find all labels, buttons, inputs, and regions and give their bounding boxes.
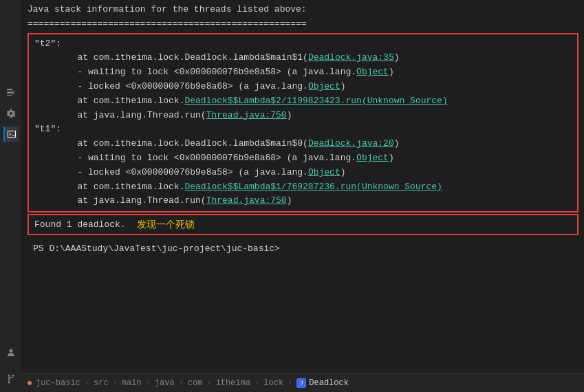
sidebar-icon-git[interactable] [3,371,19,386]
left-sidebar [0,0,22,392]
separator-line: ========================================… [28,17,578,32]
svg-rect-4 [7,95,12,96]
sidebar-icon-terminal[interactable] [3,127,19,142]
t1-lambda[interactable]: Deadlock$$Lambda$1/769287236.run(Unknown… [184,182,442,192]
breadcrumb-itheima[interactable]: itheima [216,378,250,388]
t2-line3: - locked <0x000000076b9e8a68> (a java.la… [34,80,572,94]
breadcrumb-juc-basic[interactable]: juc-basic [36,378,80,388]
t1-line2: - waiting to lock <0x000000076b9e8a68> (… [34,151,572,166]
breadcrumb-src[interactable]: src [94,378,109,388]
breadcrumb-main[interactable]: main [122,378,142,388]
code-block-main: "t2": at com.itheima.lock.Deadlock.lambd… [28,33,578,213]
t2-link1[interactable]: Deadlock.java:35 [308,52,394,63]
t1-line4: at com.itheima.lock.Deadlock$$Lambda$1/7… [34,180,572,195]
t1-label: "t1": [34,122,572,137]
breadcrumb-lock[interactable]: lock [263,378,283,388]
ps-line: PS D:\AAAStudy\JavaTest\juc-project\juc-… [28,238,578,259]
found-deadlock-row: Found 1 deadlock. 发现一个死锁 [28,214,578,235]
t2-object2[interactable]: Object [308,81,340,91]
chinese-note: 发现一个死锁 [137,217,195,232]
t2-line1: at com.itheima.lock.Deadlock.lambda$main… [34,51,572,65]
t2-line5: at java.lang.Thread.run(Thread.java:750) [34,109,572,123]
content-area: Java stack information for the threads l… [22,0,584,392]
t2-label: "t2": [34,37,572,52]
svg-rect-3 [7,94,15,94]
svg-point-8 [8,382,10,384]
breadcrumb-java[interactable]: java [155,378,175,388]
breadcrumb-com[interactable]: com [188,378,203,388]
header-line: Java stack information for the threads l… [28,3,578,17]
sidebar-icon-gear[interactable] [3,106,19,121]
status-dot [28,381,32,385]
svg-rect-2 [7,92,14,93]
breadcrumb-deadlock[interactable]: J Deadlock [296,378,349,388]
t1-thread-link[interactable]: Thread.java:750 [206,195,287,206]
sidebar-icon-file[interactable] [3,85,19,100]
terminal-area: Java stack information for the threads l… [22,0,584,373]
t1-object2[interactable]: Object [308,167,340,177]
t1-line3: - locked <0x000000076b9e8a58> (a java.la… [34,166,572,180]
t1-object1[interactable]: Object [356,153,389,163]
svg-point-6 [8,375,10,377]
t2-lambda[interactable]: Deadlock$$Lambda$2/1199823423.run(Unknow… [184,96,447,106]
svg-rect-1 [7,91,15,91]
t1-line1: at com.itheima.lock.Deadlock.lambda$main… [34,137,572,151]
svg-rect-0 [7,89,12,90]
t2-object1[interactable]: Object [356,67,389,77]
svg-point-5 [10,349,13,353]
found-deadlock-text: Found 1 deadlock. [34,218,126,232]
svg-point-7 [12,375,14,377]
sidebar-icon-person[interactable] [3,345,19,360]
t2-line4: at com.itheima.lock.Deadlock$$Lambda$2/1… [34,94,572,109]
t2-line2: - waiting to lock <0x000000076b9e8a58> (… [34,65,572,80]
file-icon: J [296,378,306,388]
status-bar: juc-basic › src › main › java › com › it… [22,373,584,392]
t1-link1[interactable]: Deadlock.java:20 [308,138,394,149]
t1-line5: at java.lang.Thread.run(Thread.java:750) [34,194,572,208]
t2-thread-link[interactable]: Thread.java:750 [206,110,287,120]
